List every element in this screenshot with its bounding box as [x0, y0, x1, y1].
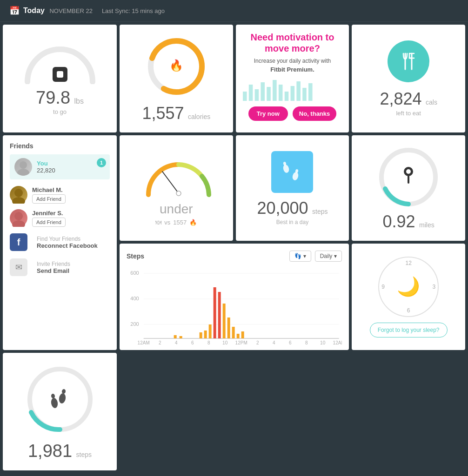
- chart-title: Steps: [127, 252, 144, 260]
- svg-rect-10: [284, 92, 288, 101]
- svg-rect-5: [254, 89, 259, 101]
- svg-text:8: 8: [207, 340, 210, 345]
- steps-best-value-group: 20,000 steps: [257, 198, 328, 218]
- svg-rect-3: [243, 92, 247, 101]
- try-now-button[interactable]: Try now: [248, 106, 288, 121]
- miles-unit: miles: [419, 221, 435, 229]
- svg-rect-11: [290, 86, 294, 101]
- facebook-icon: f: [10, 233, 27, 251]
- net-flame-icon: 🔥: [189, 219, 197, 226]
- steps-image: [271, 151, 313, 193]
- calories-value-group: 1,557 calories: [142, 104, 210, 123]
- calendar-icon: 📅: [9, 6, 20, 16]
- scale-icon: [53, 67, 67, 82]
- food-icon-circle: [388, 40, 429, 82]
- svg-line-25: [162, 172, 179, 193]
- friends-title: Friends: [10, 142, 33, 150]
- net-food-icon: 🍽: [155, 219, 161, 226]
- svg-rect-8: [273, 80, 277, 101]
- weight-value-group: 79.8 lbs: [36, 89, 84, 106]
- premium-chart: [243, 78, 342, 101]
- svg-text:600: 600: [130, 270, 139, 276]
- net-label: under: [160, 202, 193, 217]
- no-thanks-button[interactable]: No, thanks: [293, 106, 336, 121]
- net-vs-group: 🍽 vs 1557 🔥: [155, 219, 197, 226]
- steps-best-value: 20,000: [257, 198, 308, 218]
- net-value: 1557: [173, 219, 187, 226]
- svg-rect-9: [279, 85, 283, 101]
- svg-rect-44: [209, 324, 212, 338]
- svg-point-26: [176, 191, 181, 196]
- svg-text:8: 8: [305, 340, 308, 345]
- svg-point-24: [12, 220, 25, 227]
- miles-arc: [376, 145, 441, 210]
- svg-text:200: 200: [130, 321, 139, 327]
- svg-rect-4: [248, 85, 253, 101]
- svg-point-19: [20, 161, 27, 169]
- svg-point-20: [17, 169, 29, 176]
- svg-point-70: [58, 393, 67, 404]
- you-name: You: [37, 160, 55, 167]
- moon-icon: 🌙: [397, 276, 420, 298]
- net-gauge: [141, 151, 211, 197]
- food-value-group: 2,824 cals: [380, 89, 437, 109]
- svg-text:6: 6: [289, 340, 292, 345]
- facebook-item[interactable]: f Find Your Friends Reconnect Facebook: [10, 230, 110, 255]
- michael-name: Michael M.: [32, 186, 110, 193]
- svg-point-21: [14, 189, 23, 197]
- miles-value-group: 0.92 miles: [383, 212, 435, 231]
- net-vs-text: vs: [164, 219, 170, 226]
- svg-rect-27: [276, 156, 308, 188]
- weight-arc: [23, 42, 97, 84]
- header-title-group: 📅 Today NOVEMBER 22: [9, 6, 93, 16]
- steps-today-card: 1,981 steps: [3, 353, 117, 470]
- svg-text:4: 4: [273, 340, 275, 345]
- steps-today-unit: steps: [76, 451, 92, 458]
- email-item[interactable]: ✉ Invite Friends Send Email: [10, 255, 110, 280]
- steps-chart-svg: 600 400 200 12AM 2 4 6 8: [127, 266, 342, 345]
- sync-status: Last Sync: 15 mins ago: [102, 7, 165, 14]
- jennifer-add-friend-button[interactable]: Add Friend: [32, 218, 66, 227]
- forgot-sleep-button[interactable]: Forgot to log your sleep?: [370, 323, 448, 337]
- calories-donut: 🔥: [144, 34, 209, 99]
- steps-best-card: 20,000 steps Best in a day: [236, 135, 349, 241]
- jennifer-avatar: [10, 209, 27, 227]
- miles-value: 0.92: [383, 212, 415, 231]
- steps-today-value-group: 1,981 steps: [28, 441, 92, 461]
- jennifer-name: Jennifer S.: [32, 210, 110, 217]
- food-label: left to eat: [396, 110, 421, 117]
- svg-rect-53: [180, 336, 182, 338]
- svg-point-68: [50, 397, 59, 409]
- net-calories-card: under 🍽 vs 1557 🔥: [120, 135, 233, 241]
- email-label: Send Email: [37, 267, 70, 274]
- chart-header: Steps 👣 ▾ Daily ▾: [127, 251, 342, 262]
- michael-add-friend-button[interactable]: Add Friend: [32, 194, 66, 204]
- steps-best-unit: steps: [312, 208, 328, 215]
- steps-today-arc: [23, 362, 97, 436]
- food-card: 2,824 cals left to eat: [352, 25, 465, 132]
- svg-point-23: [14, 212, 23, 220]
- svg-text:4: 4: [175, 340, 178, 345]
- clock-9: 9: [381, 284, 385, 290]
- chevron-down-icon: ▾: [303, 253, 306, 259]
- weight-unit: lbs: [74, 97, 83, 105]
- calories-value: 1,557: [142, 104, 184, 123]
- michael-avatar: [10, 186, 27, 204]
- miles-card: 0.92 miles: [352, 135, 465, 241]
- clock-3: 3: [432, 284, 435, 290]
- clock-face: 12 3 6 9 🌙: [378, 257, 439, 317]
- you-steps: 22,820: [37, 167, 55, 174]
- friend-jennifer-item: Jennifer S. Add Friend: [10, 206, 110, 230]
- friend-michael-item: Michael M. Add Friend: [10, 183, 110, 206]
- chart-steps-selector[interactable]: 👣 ▾: [289, 251, 311, 262]
- svg-text:2: 2: [159, 340, 161, 345]
- svg-rect-14: [308, 83, 313, 101]
- chart-period-selector[interactable]: Daily ▾: [315, 251, 342, 262]
- calories-burned-card: 🔥 1,557 calories: [120, 25, 233, 132]
- weight-value: 79.8: [36, 88, 70, 107]
- calories-unit: calories: [188, 113, 210, 120]
- svg-text:12AM: 12AM: [138, 340, 150, 345]
- svg-text:2: 2: [256, 340, 259, 345]
- premium-card: Need motivation to move more? Increase y…: [236, 25, 349, 132]
- friend-you-item[interactable]: You 22,820 1: [10, 154, 110, 179]
